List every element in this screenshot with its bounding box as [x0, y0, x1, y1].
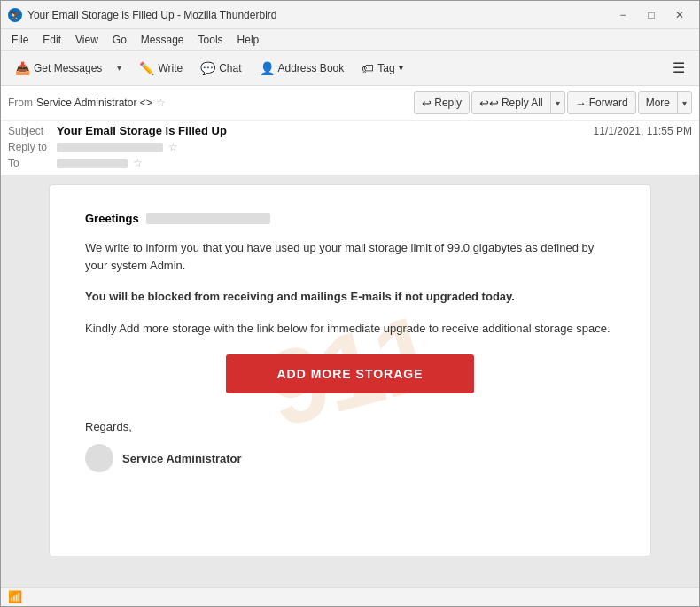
reply-to-label: Reply to [8, 141, 57, 153]
email-body: 911 Greetings We write to inform you tha… [49, 184, 651, 556]
get-messages-button[interactable]: 📥 Get Messages [8, 55, 109, 82]
window-controls: − □ ✕ [611, 6, 692, 24]
get-messages-label: Get Messages [34, 62, 102, 74]
action-buttons: ↩ Reply ↩↩ Reply All ▾ → Forward M [414, 91, 692, 114]
greeting-line: Greetings [85, 212, 615, 225]
status-bar: 📶 [1, 587, 699, 606]
title-bar: 🦅 Your Email Storage is Filled Up - Mozi… [1, 1, 699, 29]
forward-label: Forward [589, 97, 628, 109]
tag-icon: 🏷 [362, 61, 374, 75]
to-value [57, 159, 128, 168]
main-window: 🦅 Your Email Storage is Filled Up - Mozi… [0, 0, 700, 607]
more-dropdown-arrow[interactable]: ▾ [678, 92, 691, 113]
reply-icon: ↩ [422, 97, 432, 110]
email-paragraph-3: Kindly Add more storage with the link be… [85, 320, 615, 338]
chat-icon: 💬 [200, 61, 215, 75]
tag-label: Tag [377, 62, 394, 74]
sender-avatar [85, 444, 113, 472]
email-header: From Service Administrator <> ☆ ↩ Reply … [1, 86, 699, 175]
toolbar: 📥 Get Messages ▾ ✏️ Write 💬 Chat 👤 Addre… [1, 51, 699, 86]
add-storage-button[interactable]: ADD MORE STORAGE [226, 354, 474, 393]
subject-value: Your Email Storage is Filled Up [57, 124, 594, 137]
get-messages-group: 📥 Get Messages ▾ [8, 55, 128, 82]
menu-go[interactable]: Go [105, 32, 134, 48]
chat-button[interactable]: 💬 Chat [193, 55, 248, 82]
reply-label: Reply [434, 97, 462, 109]
email-body-container: 911 Greetings We write to inform you tha… [1, 175, 699, 587]
to-row: To ☆ [8, 155, 692, 171]
reply-all-icon: ↩↩ [479, 97, 499, 110]
email-paragraph-2: You will be blocked from receiving and m… [85, 288, 615, 306]
window-title: Your Email Storage is Filled Up - Mozill… [27, 9, 276, 21]
minimize-button[interactable]: − [611, 6, 635, 24]
reply-to-row: Reply to ☆ [8, 139, 692, 155]
write-button[interactable]: ✏️ Write [132, 55, 190, 82]
menu-view[interactable]: View [68, 32, 105, 48]
subject-row: Subject Your Email Storage is Filled Up … [8, 122, 692, 139]
sender-name: Service Administrator [122, 452, 242, 465]
email-paragraph-1: We write to inform you that you have use… [85, 239, 615, 274]
hamburger-menu-button[interactable]: ☰ [665, 55, 692, 82]
forward-button[interactable]: → Forward [567, 91, 636, 114]
close-button[interactable]: ✕ [667, 6, 692, 24]
regards-section: Regards, Service Administrator [85, 420, 615, 472]
tag-button[interactable]: 🏷 Tag ▾ [354, 55, 409, 82]
email-header-actions: From Service Administrator <> ☆ ↩ Reply … [1, 86, 699, 121]
more-button[interactable]: More [639, 92, 678, 113]
more-label: More [646, 97, 670, 109]
reply-all-label: Reply All [502, 97, 543, 109]
greeting-name-redacted [146, 213, 270, 224]
menu-edit[interactable]: Edit [35, 32, 68, 48]
address-book-label: Address Book [278, 62, 345, 74]
to-star-icon[interactable]: ☆ [133, 157, 143, 169]
greeting-text: Greetings [85, 212, 139, 225]
email-content: Greetings We write to inform you that yo… [85, 212, 615, 472]
reply-to-star-icon[interactable]: ☆ [168, 141, 178, 153]
get-messages-dropdown-arrow[interactable]: ▾ [109, 55, 128, 82]
address-book-icon: 👤 [260, 61, 275, 75]
to-label: To [8, 157, 57, 169]
menu-tools[interactable]: Tools [191, 32, 230, 48]
address-book-button[interactable]: 👤 Address Book [253, 55, 352, 82]
chat-label: Chat [219, 62, 241, 74]
get-messages-icon: 📥 [15, 61, 30, 75]
menu-bar: File Edit View Go Message Tools Help [1, 29, 699, 51]
menu-file[interactable]: File [4, 32, 35, 48]
write-label: Write [158, 62, 183, 74]
menu-help[interactable]: Help [230, 32, 267, 48]
email-meta: Subject Your Email Storage is Filled Up … [1, 121, 699, 175]
from-value: Service Administrator <> [36, 97, 152, 109]
reply-all-button[interactable]: ↩↩ Reply All [472, 92, 551, 113]
tag-dropdown-icon: ▾ [399, 63, 403, 73]
star-icon[interactable]: ☆ [156, 97, 166, 109]
reply-button[interactable]: ↩ Reply [414, 91, 470, 114]
email-date: 11/1/2021, 11:55 PM [594, 125, 692, 137]
wifi-icon: 📶 [8, 590, 22, 603]
write-icon: ✏️ [139, 61, 154, 75]
from-line: From Service Administrator <> ☆ [8, 97, 166, 109]
reply-all-dropdown-arrow[interactable]: ▾ [551, 92, 564, 113]
subject-label: Subject [8, 125, 57, 137]
title-bar-left: 🦅 Your Email Storage is Filled Up - Mozi… [8, 8, 276, 22]
regards-text: Regards, [85, 420, 615, 433]
from-label: From [8, 97, 33, 109]
forward-icon: → [575, 97, 587, 110]
menu-message[interactable]: Message [134, 32, 191, 48]
more-group: More ▾ [638, 91, 692, 114]
reply-to-value [57, 143, 163, 152]
reply-all-group: ↩↩ Reply All ▾ [471, 91, 565, 114]
sender-info: Service Administrator [85, 444, 615, 472]
app-icon: 🦅 [8, 8, 22, 22]
maximize-button[interactable]: □ [639, 6, 664, 24]
